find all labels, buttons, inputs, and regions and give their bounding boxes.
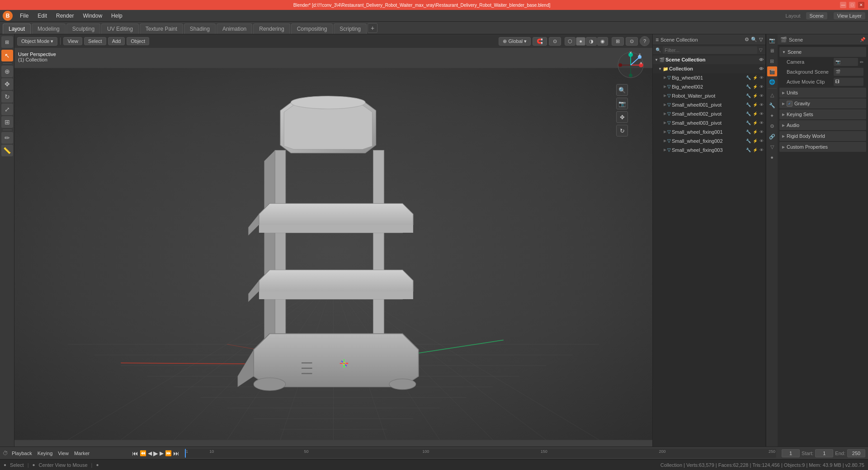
prop-icon-modifier[interactable]: 🔧 (767, 100, 777, 110)
prop-section-keying-header[interactable]: ▶ Keying Sets (779, 109, 866, 119)
prop-icon-material[interactable]: ● (767, 152, 777, 162)
obj-eye-4[interactable]: 👁 (760, 103, 764, 107)
tab-layout[interactable]: Layout (3, 24, 31, 34)
menu-render[interactable]: Render (52, 12, 77, 20)
outliner-scene-collection[interactable]: ▼ 🎬 Scene Collection 👁 (653, 55, 765, 64)
prop-icon-view-layer[interactable]: ⊞ (767, 56, 777, 66)
next-frame-btn[interactable]: ▶ (160, 450, 164, 456)
camera-view-btn[interactable]: 📷 (616, 98, 628, 109)
solid-shading[interactable]: ● (576, 37, 585, 46)
maximize-button[interactable]: □ (849, 2, 855, 8)
close-button[interactable]: ✕ (858, 2, 864, 8)
obj-eye-1[interactable]: 👁 (760, 75, 764, 80)
obj-eye-8[interactable]: 👁 (760, 139, 764, 143)
obj-restrict-3a[interactable]: 🔧 (746, 94, 751, 98)
obj-eye-9[interactable]: 👁 (760, 148, 764, 152)
measure-tool[interactable]: 📏 (1, 145, 13, 156)
nav-gizmo[interactable]: X Y Z (616, 51, 645, 80)
prop-icon-particles[interactable]: ✦ (767, 111, 777, 121)
prop-section-audio-header[interactable]: ▶ Audio (779, 120, 866, 130)
outliner-obj-swf003[interactable]: ▶ ▽ Small_wheel_fixing003 🔧 ⚡ 👁 (653, 146, 765, 155)
timeline-menu-keying[interactable]: Keying (36, 450, 55, 456)
prop-icon-world[interactable]: 🌐 (767, 77, 777, 87)
outliner-obj-sw003[interactable]: ▶ ▽ Small_wheel003_pivot 🔧 ⚡ 👁 (653, 118, 765, 127)
obj-restrict-7b[interactable]: ⚡ (753, 130, 758, 134)
outliner-obj-swf001[interactable]: ▶ ▽ Small_wheel_fixing001 🔧 ⚡ 👁 (653, 127, 765, 136)
tab-scripting[interactable]: Scripting (334, 24, 367, 34)
prop-icon-render[interactable]: 📷 (767, 35, 777, 45)
prev-keyframe-btn[interactable]: ⏪ (140, 450, 146, 456)
filter-options-icon[interactable]: ▽ (759, 47, 763, 52)
obj-restrict-3b[interactable]: ⚡ (753, 94, 758, 98)
play-btn[interactable]: ▶ (153, 450, 158, 457)
bg-scene-value[interactable]: 🎬 (834, 68, 863, 76)
scale-tool[interactable]: ⤢ (1, 103, 13, 115)
tab-compositing[interactable]: Compositing (291, 24, 333, 34)
wireframe-shading[interactable]: ⬡ (565, 37, 576, 46)
material-shading[interactable]: ◑ (586, 37, 597, 46)
obj-restrict-6b[interactable]: ⚡ (753, 121, 758, 125)
proportional-edit[interactable]: ⊙ (549, 37, 561, 46)
outliner-obj-swf002[interactable]: ▶ ▽ Small_wheel_fixing002 🔧 ⚡ 👁 (653, 136, 765, 146)
annotate-tool[interactable]: ✏ (1, 132, 13, 144)
view-menu[interactable]: View (63, 37, 82, 45)
prop-section-units-header[interactable]: ▶ Units (779, 88, 866, 98)
scene-eye-icon[interactable]: 👁 (759, 57, 764, 62)
obj-restrict-1b[interactable]: ⚡ (753, 75, 758, 80)
transform-tool[interactable]: ⊞ (1, 116, 13, 128)
obj-eye-7[interactable]: 👁 (760, 130, 764, 134)
obj-restrict-7a[interactable]: 🔧 (746, 130, 751, 134)
add-workspace-button[interactable]: + (368, 23, 377, 33)
overlay-button[interactable]: ⊞ (612, 37, 624, 46)
menu-window[interactable]: Window (79, 12, 106, 20)
obj-eye-5[interactable]: 👁 (760, 112, 764, 116)
timeline-menu-marker[interactable]: Marker (72, 450, 91, 456)
obj-restrict-8a[interactable]: 🔧 (746, 139, 751, 143)
current-frame-field[interactable]: 1 (782, 449, 800, 457)
add-menu[interactable]: Add (108, 37, 125, 45)
collection-eye-icon[interactable]: 👁 (759, 66, 764, 71)
rotate-view-btn[interactable]: ↻ (616, 125, 628, 136)
tab-uv-editing[interactable]: UV Editing (101, 24, 139, 34)
prop-icon-constraints[interactable]: 🔗 (767, 132, 777, 141)
tab-shading[interactable]: Shading (184, 24, 216, 34)
end-frame-field[interactable]: 250 (847, 449, 865, 457)
obj-restrict-4a[interactable]: 🔧 (746, 103, 751, 107)
outliner-search-icon[interactable]: 🔍 (751, 37, 757, 42)
obj-restrict-1a[interactable]: 🔧 (746, 75, 751, 80)
outliner-filter-input[interactable] (663, 47, 757, 54)
prop-section-scene-header[interactable]: ▼ Scene (779, 47, 866, 57)
help-button[interactable]: ? (640, 36, 650, 46)
obj-restrict-4b[interactable]: ⚡ (753, 103, 758, 107)
obj-eye-2[interactable]: 👁 (760, 85, 764, 89)
prop-section-custom-header[interactable]: ▶ Custom Properties (779, 142, 866, 152)
prop-icon-output[interactable]: 🖥 (767, 46, 777, 56)
render-shading[interactable]: ◉ (597, 37, 608, 46)
tab-rendering[interactable]: Rendering (253, 24, 290, 34)
prop-section-gravity-header[interactable]: ▶ ✓ Gravity (779, 99, 866, 108)
camera-edit-icon[interactable]: ✏ (860, 60, 863, 65)
tab-modeling[interactable]: Modeling (32, 24, 66, 34)
obj-eye-6[interactable]: 👁 (760, 121, 764, 125)
obj-restrict-5a[interactable]: 🔧 (746, 112, 751, 116)
obj-eye-3[interactable]: 👁 (760, 94, 764, 98)
view-layer-selector[interactable]: View Layer (834, 12, 865, 19)
rotate-tool[interactable]: ↻ (1, 91, 13, 103)
mode-selector-icon[interactable]: ⊞ (1, 36, 13, 48)
outliner-obj-sw001[interactable]: ▶ ▽ Small_wheel001_pivot 🔧 ⚡ 👁 (653, 100, 765, 109)
menu-edit[interactable]: Edit (34, 12, 51, 20)
jump-end-btn[interactable]: ⏭ (173, 450, 179, 457)
start-frame-field[interactable]: 1 (815, 449, 833, 457)
outliner-obj-robot-waiter[interactable]: ▶ ▽ Robot_Waiter_pivot 🔧 ⚡ 👁 (653, 91, 765, 100)
snap-button[interactable]: 🧲 (533, 37, 547, 46)
window-controls[interactable]: — □ ✕ (840, 2, 864, 8)
camera-value[interactable]: 📷 (834, 58, 858, 66)
obj-restrict-5b[interactable]: ⚡ (753, 112, 758, 116)
minimize-button[interactable]: — (840, 2, 846, 8)
blender-logo[interactable]: B (3, 11, 13, 21)
object-menu[interactable]: Object (127, 37, 149, 45)
zoom-in-btn[interactable]: 🔍 (616, 84, 628, 96)
prev-frame-btn[interactable]: ◀ (148, 450, 152, 456)
outliner-obj-big-wheel002[interactable]: ▶ ▽ Big_wheel002 🔧 ⚡ 👁 (653, 82, 765, 91)
move-view-btn[interactable]: ✥ (616, 111, 628, 123)
